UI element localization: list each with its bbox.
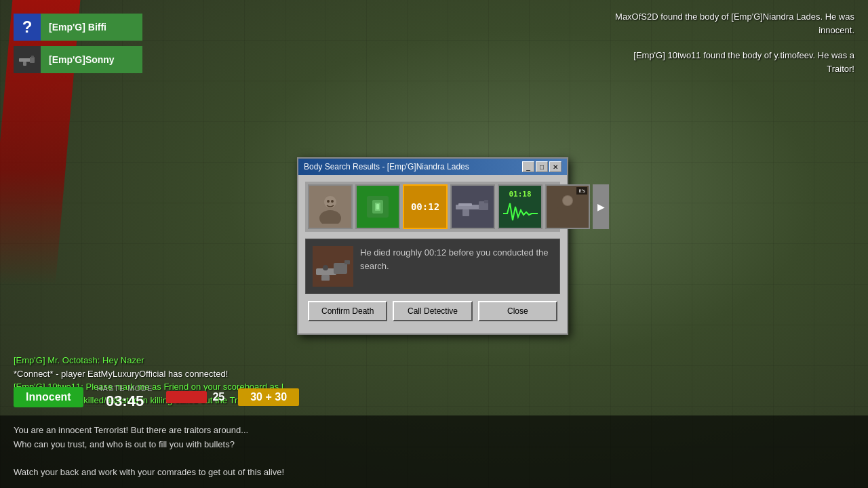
svg-rect-12	[376, 204, 379, 209]
evidence-portrait[interactable]	[308, 184, 353, 229]
svg-rect-17	[458, 203, 472, 206]
evidence-next-arrow[interactable]: ▶	[593, 184, 609, 229]
dialog-minimize-button[interactable]: _	[522, 161, 534, 172]
svg-point-7	[327, 200, 330, 203]
dialog-title: Body Search Results - [Emp'G]Niandra Lad…	[304, 162, 469, 171]
timer-display: 00:12	[411, 201, 439, 212]
evidence-timer[interactable]: 00:12	[403, 184, 448, 229]
body-search-dialog: Body Search Results - [Emp'G]Niandra Lad…	[297, 157, 568, 335]
confirm-death-button[interactable]: Confirm Death	[308, 301, 387, 321]
evidence-row: 00:12	[305, 182, 560, 232]
dialog-titlebar[interactable]: Body Search Results - [Emp'G]Niandra Lad…	[298, 159, 567, 175]
svg-rect-15	[462, 209, 469, 216]
svg-point-20	[563, 196, 572, 205]
evidence-signal[interactable]: 01:18	[498, 184, 542, 229]
evidence-portrait-inner	[309, 186, 351, 228]
evidence-green-card[interactable]	[355, 184, 400, 229]
dialog-buttons: Confirm Death Call Detective Close	[305, 301, 560, 327]
svg-point-25	[323, 265, 328, 270]
svg-rect-23	[321, 275, 330, 281]
signal-time: 01:18	[509, 190, 531, 199]
svg-rect-24	[344, 260, 350, 264]
evidence-signal-inner: 01:18	[499, 186, 541, 228]
info-description: He died roughly 00:12 before you conduct…	[360, 246, 553, 287]
evidence-rifle[interactable]	[450, 184, 495, 229]
info-thumbnail	[313, 246, 353, 287]
svg-rect-16	[484, 200, 488, 203]
call-detective-button[interactable]: Call Detective	[393, 301, 472, 321]
info-section: He died roughly 00:12 before you conduct…	[305, 239, 560, 294]
dialog-close-button[interactable]: ✕	[549, 161, 561, 172]
dialog-overlay: Body Search Results - [Emp'G]Niandra Lad…	[0, 0, 868, 488]
evidence-green-inner	[357, 186, 399, 228]
svg-rect-19	[557, 207, 578, 220]
dialog-body: 00:12	[298, 175, 567, 333]
evidence-timer-inner: 00:12	[404, 186, 446, 228]
svg-point-8	[331, 200, 334, 203]
svg-point-5	[319, 210, 341, 224]
dialog-maximize-button[interactable]: □	[536, 161, 548, 172]
evidence-person2[interactable]: it's	[545, 184, 590, 229]
dialog-controls: _ □ ✕	[522, 161, 561, 172]
evidence-rifle-inner	[452, 186, 494, 228]
its-badge: it's	[576, 187, 587, 195]
svg-rect-22	[334, 263, 347, 274]
close-button[interactable]: Close	[478, 301, 557, 321]
